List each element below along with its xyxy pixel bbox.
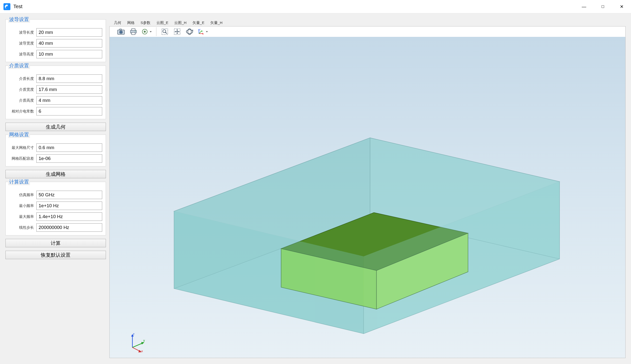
rotate-icon[interactable]	[184, 26, 195, 37]
wg-length-input[interactable]	[36, 28, 102, 36]
mesh-tol-label: 网格匹配容差	[9, 156, 36, 161]
tab-mesh[interactable]: 网格	[124, 20, 138, 26]
wg-height-input[interactable]	[36, 50, 102, 58]
main: 几何 网格 S参数 云图_E 云图_H 矢量_E 矢量_H	[109, 19, 625, 358]
camera-icon[interactable]	[116, 26, 127, 37]
maximize-icon: ☐	[601, 5, 604, 8]
svg-line-12	[165, 32, 167, 34]
tabs: 几何 网格 S参数 云图_E 云图_H 矢量_E 矢量_H	[109, 19, 625, 26]
step-input[interactable]	[36, 223, 102, 232]
step-label: 线性步长	[9, 225, 36, 230]
target-dropdown-icon[interactable]	[150, 31, 152, 32]
svg-rect-1	[120, 29, 122, 30]
close-button[interactable]: ✕	[612, 0, 631, 13]
tab-vector-e[interactable]: 矢量_E	[190, 20, 207, 26]
calc-group: 计算设置 仿真频率 最小频率 最大频率 线性步长	[6, 182, 106, 236]
tab-sparam[interactable]: S参数	[138, 20, 153, 26]
maximize-button[interactable]: ☐	[593, 0, 612, 13]
viewport-frame: zxy	[109, 26, 625, 358]
calc-title: 计算设置	[8, 178, 30, 185]
waveguide-group: 波导设置 波导长度 波导宽度 波导高度	[6, 19, 106, 62]
med-eps-input[interactable]	[36, 107, 102, 116]
med-length-input[interactable]	[36, 74, 102, 83]
axis-dropdown-icon[interactable]	[206, 31, 208, 32]
toolbar-separator	[156, 27, 156, 36]
sim-freq-input[interactable]	[36, 191, 102, 199]
mesh-group: 网格设置 最大网格尺寸 网格匹配容差	[6, 134, 106, 166]
max-freq-input[interactable]	[36, 212, 102, 221]
3d-viewport[interactable]: z y x	[110, 37, 625, 358]
min-freq-label: 最小频率	[9, 204, 36, 208]
min-freq-input[interactable]	[36, 202, 102, 210]
svg-point-3	[121, 32, 122, 33]
svg-rect-5	[132, 29, 135, 30]
wg-width-input[interactable]	[36, 39, 102, 48]
close-icon: ✕	[620, 4, 623, 9]
target-icon[interactable]	[140, 26, 149, 37]
tab-cloud-e[interactable]: 云图_E	[153, 20, 171, 26]
axis-icon[interactable]: zxy	[197, 26, 205, 37]
med-height-input[interactable]	[36, 96, 102, 104]
pan-icon[interactable]	[172, 26, 183, 37]
svg-text:z: z	[200, 28, 201, 30]
generate-mesh-button[interactable]: 生成网格	[6, 170, 106, 178]
y-label: y	[143, 338, 145, 342]
tab-cloud-h[interactable]: 云图_H	[171, 20, 189, 26]
med-height-label: 介质高度	[9, 98, 36, 103]
minimize-icon: —	[582, 4, 586, 9]
med-eps-label: 相对介电常数	[9, 109, 36, 114]
mesh-tol-input[interactable]	[36, 154, 102, 163]
x-label: x	[141, 349, 143, 352]
reset-defaults-button[interactable]: 恢复默认设置	[6, 251, 106, 259]
generate-geometry-button[interactable]: 生成几何	[6, 123, 106, 131]
waveguide-title: 波导设置	[8, 16, 30, 23]
z-label: z	[133, 332, 135, 336]
max-freq-label: 最大频率	[9, 214, 36, 219]
sim-freq-label: 仿真频率	[9, 193, 36, 197]
window-title: Test	[13, 4, 23, 10]
window-controls: — ☐ ✕	[574, 0, 631, 13]
mesh-max-label: 最大网格尺寸	[9, 146, 36, 150]
med-length-label: 介质长度	[9, 76, 36, 81]
3d-scene	[110, 37, 625, 358]
viewport-toolbar: zxy	[110, 26, 625, 37]
med-width-label: 介质宽度	[9, 87, 36, 92]
mesh-title: 网格设置	[8, 131, 30, 138]
axis-triad: z y x	[128, 332, 147, 352]
wg-height-label: 波导高度	[9, 52, 36, 57]
mesh-max-input[interactable]	[36, 144, 102, 152]
med-width-input[interactable]	[36, 85, 102, 94]
tab-geometry[interactable]: 几何	[111, 20, 124, 26]
svg-text:x: x	[203, 34, 204, 35]
content: 波导设置 波导长度 波导宽度 波导高度 介质设置 介质长度 介质宽度 介质高度 …	[0, 13, 631, 364]
minimize-button[interactable]: —	[574, 0, 593, 13]
wg-width-label: 波导宽度	[9, 41, 36, 46]
medium-group: 介质设置 介质长度 介质宽度 介质高度 相对介电常数	[6, 66, 106, 119]
svg-rect-6	[132, 32, 135, 34]
sidebar: 波导设置 波导长度 波导宽度 波导高度 介质设置 介质长度 介质宽度 介质高度 …	[6, 19, 106, 358]
svg-line-33	[132, 343, 143, 348]
app-icon	[4, 3, 11, 10]
tab-vector-h[interactable]: 矢量_H	[207, 20, 225, 26]
titlebar: Test — ☐ ✕	[0, 0, 631, 13]
svg-point-9	[144, 31, 146, 33]
compute-button[interactable]: 计算	[6, 239, 106, 247]
svg-text:y: y	[202, 30, 203, 32]
medium-title: 介质设置	[8, 62, 30, 69]
print-icon[interactable]	[128, 26, 139, 37]
zoom-box-icon[interactable]	[159, 26, 170, 37]
wg-length-label: 波导长度	[9, 30, 36, 35]
svg-point-14	[186, 30, 193, 34]
svg-point-7	[135, 31, 136, 32]
